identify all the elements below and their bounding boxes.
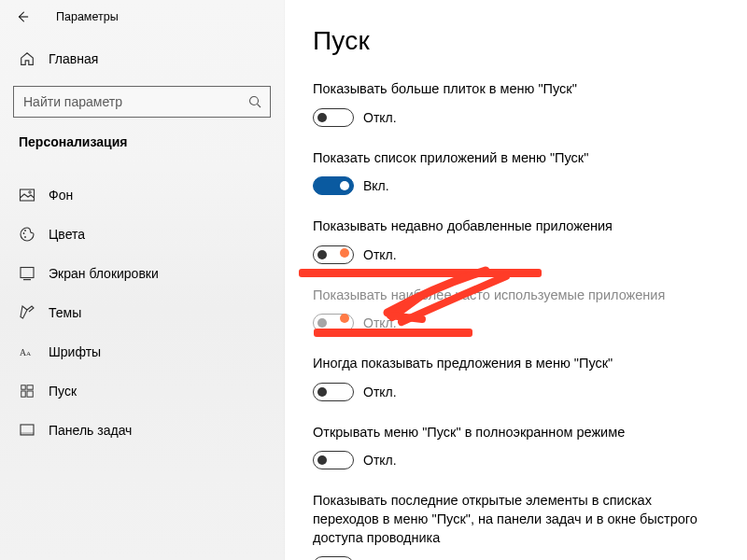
svg-rect-6: [21, 268, 34, 278]
image-icon: [19, 187, 35, 203]
section-title: Персонализация: [0, 131, 284, 175]
svg-rect-11: [27, 385, 33, 389]
taskbar-icon: [19, 422, 35, 439]
home-label: Главная: [49, 51, 98, 66]
setting-title: Показать список приложений в меню "Пуск": [313, 149, 719, 168]
sidebar-item-start[interactable]: Пуск: [0, 371, 284, 411]
svg-text:A: A: [20, 347, 26, 357]
setting-row: Показывать недавно добавленные приложени…: [313, 217, 719, 264]
sidebar-item-label: Цвета: [49, 227, 85, 242]
svg-rect-12: [21, 391, 25, 397]
sidebar-item-themes[interactable]: Темы: [0, 293, 284, 332]
svg-point-2: [29, 191, 31, 193]
search-icon: [247, 94, 262, 109]
sidebar-item-label: Фон: [49, 188, 73, 203]
start-icon: [19, 383, 35, 399]
setting-row: Показать список приложений в меню "Пуск"…: [313, 149, 719, 196]
setting-row: Показывать наиболее часто используемые п…: [313, 287, 719, 333]
sidebar: Параметры Главная Персонализация Фон Цве…: [0, 0, 285, 560]
svg-point-0: [250, 97, 259, 105]
sidebar-item-fonts[interactable]: AA Шрифты: [0, 332, 284, 371]
toggle-state-label: Откл.: [363, 110, 397, 125]
sidebar-item-label: Темы: [49, 305, 81, 320]
sidebar-item-taskbar[interactable]: Панель задач: [0, 411, 284, 450]
toggle-switch[interactable]: [313, 383, 354, 401]
setting-title: Показывать наиболее часто используемые п…: [313, 287, 719, 305]
sidebar-item-label: Панель задач: [49, 423, 132, 438]
search-box[interactable]: [13, 86, 271, 118]
svg-point-3: [23, 232, 25, 234]
svg-rect-1: [21, 189, 35, 201]
toggle-switch[interactable]: [313, 556, 354, 560]
toggle-state-label: Вкл.: [363, 178, 389, 193]
setting-row: Открывать меню "Пуск" в полноэкранном ре…: [313, 424, 719, 470]
lockscreen-icon: [19, 265, 35, 282]
setting-title: Показывать больше плиток в меню "Пуск": [313, 80, 719, 99]
svg-rect-15: [21, 432, 34, 435]
svg-point-5: [24, 236, 26, 238]
home-icon: [19, 50, 35, 67]
setting-row: Показывать последние открытые элементы в…: [313, 492, 719, 560]
svg-point-4: [24, 230, 26, 231]
toggle-state-label: Откл.: [363, 385, 397, 399]
toggle-state-label: Откл.: [363, 315, 397, 330]
toggle-state-label: Откл.: [363, 453, 397, 468]
back-icon[interactable]: [15, 9, 30, 24]
home-button[interactable]: Главная: [0, 41, 284, 77]
setting-title: Иногда показывать предложения в меню "Пу…: [313, 355, 719, 373]
setting-row: Иногда показывать предложения в меню "Пу…: [313, 355, 719, 401]
svg-rect-7: [23, 279, 31, 280]
sidebar-item-colors[interactable]: Цвета: [0, 215, 284, 254]
svg-text:A: A: [26, 350, 32, 357]
toggle-switch[interactable]: [313, 245, 354, 264]
toggle-state-label: Откл.: [363, 247, 397, 262]
toggle-switch[interactable]: [313, 451, 354, 469]
svg-rect-13: [27, 391, 33, 397]
toggle-switch: [313, 314, 354, 332]
svg-rect-10: [21, 385, 25, 389]
themes-icon: [19, 304, 35, 321]
window-title: Параметры: [56, 10, 119, 23]
search-input[interactable]: [23, 94, 247, 109]
page-title: Пуск: [313, 26, 719, 56]
content-area: Пуск Показывать больше плиток в меню "Пу…: [285, 0, 747, 560]
sidebar-item-label: Шрифты: [49, 344, 101, 359]
setting-title: Открывать меню "Пуск" в полноэкранном ре…: [313, 424, 719, 442]
setting-row: Показывать больше плиток в меню "Пуск"От…: [313, 80, 719, 127]
sidebar-item-background[interactable]: Фон: [0, 175, 284, 215]
setting-title: Показывать последние открытые элементы в…: [313, 492, 719, 547]
toggle-switch[interactable]: [313, 176, 354, 195]
fonts-icon: AA: [19, 343, 35, 360]
sidebar-item-label: Пуск: [49, 384, 77, 399]
toggle-switch[interactable]: [313, 108, 354, 127]
sidebar-item-lockscreen[interactable]: Экран блокировки: [0, 254, 284, 293]
setting-title: Показывать недавно добавленные приложени…: [313, 217, 719, 236]
palette-icon: [19, 226, 35, 243]
sidebar-item-label: Экран блокировки: [49, 266, 159, 281]
